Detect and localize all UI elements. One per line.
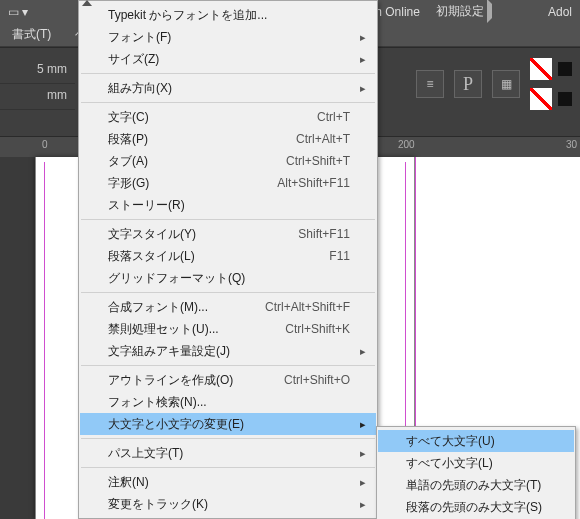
submenu-uppercase[interactable]: すべて大文字(U) <box>378 430 574 452</box>
submenu-titlecase[interactable]: 単語の先頭のみ大文字(T) <box>378 474 574 496</box>
unit-field-2[interactable]: mm <box>0 84 75 110</box>
type-menu: Typekit からフォントを追加... フォント(F) サイズ(Z) 組み方向… <box>78 0 378 519</box>
paragraph-style-icon[interactable]: P <box>454 70 482 98</box>
separator <box>81 102 375 103</box>
ruler-tick: 200 <box>398 139 415 150</box>
changecase-submenu: すべて大文字(U) すべて小文字(L) 単語の先頭のみ大文字(T) 段落の先頭の… <box>376 426 576 519</box>
submenu-sentencecase[interactable]: 段落の先頭のみ大文字(S) <box>378 496 574 518</box>
menu-charstyle[interactable]: 文字スタイル(Y)Shift+F11 <box>80 223 376 245</box>
separator <box>81 73 375 74</box>
separator <box>81 467 375 468</box>
menu-notes[interactable]: 注釈(N) <box>80 471 376 493</box>
menu-track[interactable]: 変更をトラック(K) <box>80 493 376 515</box>
menu-parastyle[interactable]: 段落スタイル(L)F11 <box>80 245 376 267</box>
ruler-tick: 0 <box>42 139 48 150</box>
selection-tool-icon[interactable]: ▭ ▾ <box>0 3 36 21</box>
menu-paragraph[interactable]: 段落(P)Ctrl+Alt+T <box>80 128 376 150</box>
submenu-lowercase[interactable]: すべて小文字(L) <box>378 452 574 474</box>
menu-gridformat[interactable]: グリッドフォーマット(Q) <box>80 267 376 289</box>
grid-icon[interactable]: ▦ <box>492 70 520 98</box>
menu-typekit[interactable]: Typekit からフォントを追加... <box>80 4 376 26</box>
preset-dropdown[interactable]: 初期設定 <box>428 1 500 22</box>
separator <box>81 365 375 366</box>
unit-field-1[interactable]: 5 mm <box>0 58 75 84</box>
menu-story[interactable]: ストーリー(R) <box>80 194 376 216</box>
menu-font[interactable]: フォント(F) <box>80 26 376 48</box>
menu-outline[interactable]: アウトラインを作成(O)Ctrl+Shift+O <box>80 369 376 391</box>
stroke-swatch[interactable] <box>530 88 552 110</box>
menu-compfont[interactable]: 合成フォント(M)...Ctrl+Alt+Shift+F <box>80 296 376 318</box>
menu-character[interactable]: 文字(C)Ctrl+T <box>80 106 376 128</box>
menu-kinsoku[interactable]: 禁則処理セット(U)...Ctrl+Shift+K <box>80 318 376 340</box>
separator <box>81 292 375 293</box>
separator <box>81 219 375 220</box>
menu-format[interactable]: 書式(T) <box>0 24 63 45</box>
menu-mojikumi[interactable]: 文字組みアキ量設定(J) <box>80 340 376 362</box>
fill-swatch[interactable] <box>530 58 552 80</box>
adobe-label: Adol <box>540 3 580 21</box>
menu-pathtype[interactable]: パス上文字(T) <box>80 442 376 464</box>
menu-direction[interactable]: 組み方向(X) <box>80 77 376 99</box>
separator <box>81 438 375 439</box>
menu-glyph[interactable]: 字形(G)Alt+Shift+F11 <box>80 172 376 194</box>
menu-changecase[interactable]: 大文字と小文字の変更(E) <box>80 413 376 435</box>
menu-findfont[interactable]: フォント検索(N)... <box>80 391 376 413</box>
menu-tab[interactable]: タブ(A)Ctrl+Shift+T <box>80 150 376 172</box>
menu-size[interactable]: サイズ(Z) <box>80 48 376 70</box>
stroke-mini-swatch[interactable] <box>558 92 572 106</box>
fill-mini-swatch[interactable] <box>558 62 572 76</box>
text-frame-icon[interactable]: ≡ <box>416 70 444 98</box>
ruler-tick: 30 <box>566 139 577 150</box>
